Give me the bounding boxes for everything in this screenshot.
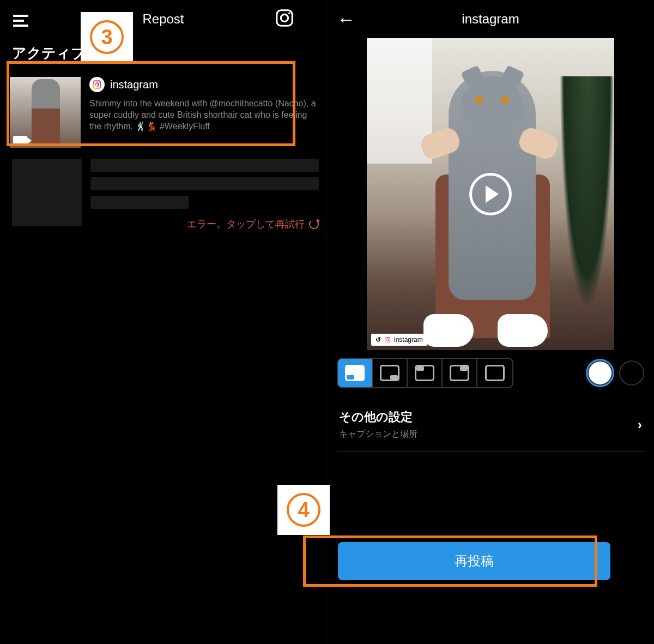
repost-button-label: 再投稿 (455, 552, 494, 570)
post-caption: Shimmy into the weekend with @mochitheca… (89, 98, 319, 132)
position-bottom-left[interactable] (338, 359, 373, 387)
video-icon (13, 136, 27, 146)
position-none[interactable] (477, 359, 512, 387)
svg-point-1 (281, 14, 288, 21)
svg-point-4 (95, 83, 99, 86)
detail-title: instagram (462, 11, 519, 27)
back-arrow-icon[interactable]: ← (337, 10, 355, 28)
svg-point-5 (99, 82, 100, 83)
repost-tag-text: instagram (394, 336, 423, 344)
svg-point-2 (288, 12, 290, 14)
app-title: Repost (142, 11, 184, 27)
svg-rect-3 (93, 81, 101, 88)
settings-subtitle: キャプションと場所 (339, 429, 417, 440)
svg-point-7 (386, 339, 389, 341)
svg-rect-6 (385, 338, 390, 342)
post-thumbnail (10, 77, 81, 148)
error-text: エラー。タップして再試行 (187, 218, 305, 231)
watermark-position-group (337, 358, 513, 388)
instagram-icon[interactable] (274, 8, 295, 28)
post-item[interactable]: instagram Shimmy into the weekend with @… (0, 71, 326, 151)
post-item-loading[interactable]: エラー。タップして再試行 (0, 151, 326, 234)
position-top-right[interactable] (443, 359, 477, 387)
position-top-left[interactable] (408, 359, 443, 387)
position-bottom-right[interactable] (373, 359, 408, 387)
repost-watermark: ↺ instagram (371, 334, 427, 346)
chevron-right-icon: › (638, 417, 642, 432)
settings-title: その他の設定 (339, 409, 417, 425)
instagram-avatar-icon (89, 77, 105, 92)
step-badge-3: 3 (81, 12, 133, 62)
media-preview[interactable]: ↺ instagram (367, 38, 614, 350)
repost-button[interactable]: 再投稿 (338, 542, 610, 580)
skeleton-thumb (12, 159, 82, 226)
post-author-name: instagram (110, 79, 158, 91)
menu-icon[interactable] (13, 12, 28, 29)
color-swatch-black[interactable] (619, 360, 644, 386)
step-number-4: 4 (298, 498, 309, 522)
error-retry[interactable]: エラー。タップして再試行 (90, 218, 319, 231)
retry-icon (309, 219, 319, 229)
instagram-mini-icon (384, 336, 391, 343)
step-number-3: 3 (101, 26, 112, 49)
color-swatch-white[interactable] (588, 360, 613, 386)
repost-glyph-icon: ↺ (376, 336, 381, 344)
section-active-label: アクティブ (0, 38, 326, 69)
step-badge-4: 4 (277, 485, 330, 535)
play-icon[interactable] (469, 173, 512, 215)
other-settings-row[interactable]: その他の設定 キャプションと場所 › (337, 401, 644, 452)
